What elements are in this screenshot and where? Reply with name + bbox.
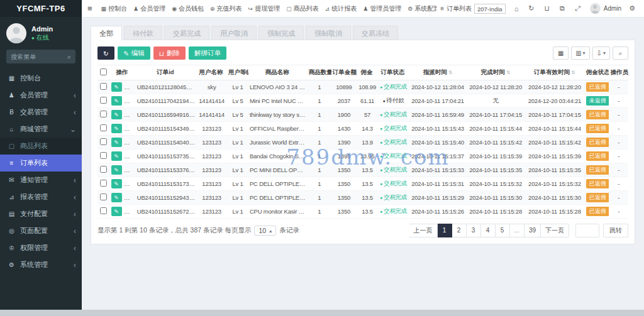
fullscreen-icon[interactable]: ⤢ [570, 4, 586, 13]
row-edit-button[interactable]: ✎ [111, 138, 122, 147]
row-edit-button[interactable]: ✎ [111, 193, 122, 202]
page-button[interactable]: 4 [481, 224, 496, 237]
edit-button[interactable]: ✎编辑 [118, 46, 150, 60]
sidebar-item[interactable]: ▤ 支付配置 ‹ [0, 205, 82, 222]
column-header[interactable]: 商品名称 [248, 65, 308, 80]
hamburger-icon[interactable]: ≡ [82, 4, 98, 13]
page-button[interactable]: 3 [467, 224, 481, 237]
sidebar-item[interactable]: ⌂ 商城管理 ⌄ [0, 121, 82, 138]
page-button[interactable]: 5 [496, 224, 510, 237]
row-checkbox[interactable] [100, 166, 107, 173]
filter-tab[interactable]: 交易完成 [164, 26, 209, 40]
row-edit-button[interactable]: ✎ [111, 165, 122, 175]
page-button[interactable]: 2 [452, 224, 467, 237]
column-header[interactable]: 完成时间⇅ [467, 65, 525, 80]
row-edit-button[interactable]: ✎ [111, 179, 122, 188]
column-header[interactable]: 操作员 [609, 65, 628, 80]
search-icon[interactable]: ⌕ [67, 53, 71, 61]
page-button[interactable]: 1 [438, 224, 452, 237]
sidebar-item[interactable]: ▦ 控制台 [0, 70, 82, 87]
topnav-item[interactable]: ◉ 会员钱包 [169, 0, 207, 18]
topbar-username[interactable]: Admin [604, 5, 621, 12]
sidebar-item[interactable]: ⚙ 系统管理 ‹ [0, 256, 82, 273]
sidebar-item[interactable]: ♟ 会员管理 ‹ [0, 87, 82, 104]
topnav-item[interactable]: ▦ 控制台 [98, 0, 131, 18]
topnav-item[interactable]: ⊕ 充值列表 [207, 0, 245, 18]
filter-tab[interactable]: 强制完成 [258, 26, 304, 40]
page-size-select[interactable]: 10▴ [254, 226, 276, 236]
sidebar-item[interactable]: Ƀ 交易管理 ‹ [0, 104, 82, 121]
row-edit-button[interactable]: ✎ [111, 207, 122, 216]
topbar-avatar[interactable] [590, 3, 601, 14]
sidebar-search-input[interactable] [11, 53, 67, 60]
filter-tab[interactable]: 待付款 [124, 26, 162, 40]
jump-button[interactable]: 跳转 [603, 224, 628, 237]
row-edit-button[interactable]: ✎ [111, 124, 122, 133]
column-header[interactable]: 用户名称 [196, 65, 227, 80]
row-checkbox[interactable] [100, 111, 107, 117]
gears-icon[interactable]: ⚙ [624, 4, 640, 13]
topnav-item[interactable]: ♟ 会员管理 [130, 0, 169, 18]
row-checkbox[interactable] [100, 97, 107, 104]
row-delete-button[interactable]: ⊔ [125, 151, 135, 161]
home-icon[interactable]: ⌂ [509, 5, 524, 13]
filter-tab[interactable]: 交易冻结 [353, 26, 398, 40]
toggle-view-button[interactable]: ▦ [553, 46, 569, 60]
export-button[interactable]: ⇩▾ [592, 46, 610, 60]
column-header[interactable]: 佣金 [357, 65, 378, 80]
row-edit-button[interactable]: ✎ [111, 110, 122, 119]
row-delete-button[interactable]: ⊔ [125, 179, 135, 188]
filter-tab[interactable]: 全部 [91, 26, 122, 40]
row-delete-button[interactable]: ⊔ [125, 207, 135, 216]
page-button[interactable]: 上一页 [409, 224, 438, 237]
topnav-tab-order-list[interactable]: ≡ 订单列表 207-India [436, 4, 509, 14]
sidebar-item[interactable]: ⊿ 报表管理 ‹ [0, 188, 82, 205]
row-delete-button[interactable]: ⊔ [125, 124, 135, 133]
column-header[interactable]: 订单有效时间⇅ [525, 65, 584, 80]
jump-page-input[interactable] [575, 224, 599, 237]
column-header[interactable]: 用户等级 [227, 65, 248, 80]
page-button[interactable]: 下一页 [541, 224, 569, 237]
topnav-item[interactable]: ⊿ 统计报表 [322, 0, 360, 18]
row-edit-button[interactable]: ✎ [111, 151, 122, 161]
row-checkbox[interactable] [100, 83, 107, 90]
row-delete-button[interactable]: ⊔ [125, 82, 135, 92]
row-delete-button[interactable]: ⊔ [125, 138, 135, 147]
row-delete-button[interactable]: ⊔ [125, 165, 135, 175]
column-header[interactable]: 佣金状态 [585, 65, 609, 80]
row-checkbox[interactable] [100, 207, 107, 214]
row-delete-button[interactable]: ⊔ [125, 110, 135, 119]
column-header[interactable]: 订单金额 [331, 65, 357, 80]
row-delete-button[interactable]: ⊔ [125, 96, 135, 106]
trash-icon[interactable]: ⊔ [540, 4, 555, 13]
refresh-icon[interactable]: ↻ [523, 4, 539, 13]
search-button[interactable]: ⌕ [613, 46, 628, 60]
sidebar-item[interactable]: ✉ 通知管理 ‹ [0, 172, 82, 188]
row-checkbox[interactable] [100, 180, 107, 187]
row-checkbox[interactable] [100, 152, 107, 159]
sidebar-item[interactable]: ▢ 商品列表 [0, 138, 82, 155]
topnav-item[interactable]: ♟ 管理员管理 [360, 0, 404, 18]
sidebar-item[interactable]: ◎ 页面配置 ‹ [0, 222, 82, 239]
copy-icon[interactable]: ⧉ [555, 4, 570, 13]
topnav-item[interactable]: ↪ 提现管理 [245, 0, 284, 18]
row-edit-button[interactable]: ✎ [111, 82, 122, 92]
filter-tab[interactable]: 强制取消 [306, 26, 351, 40]
column-header[interactable]: 订单id [136, 65, 196, 80]
sidebar-item[interactable]: ≡ 订单列表 [0, 155, 82, 172]
column-header[interactable]: 操作 [109, 65, 136, 80]
row-checkbox[interactable] [100, 138, 107, 145]
row-checkbox[interactable] [100, 124, 107, 131]
row-checkbox[interactable] [100, 193, 107, 200]
filter-tab[interactable]: 用户取消 [211, 26, 257, 40]
page-button[interactable]: ... [510, 224, 525, 237]
select-all-checkbox[interactable] [100, 68, 107, 75]
page-button[interactable]: 39 [525, 224, 541, 237]
topnav-item[interactable]: ⚙ 系统配置 [404, 0, 436, 18]
column-header[interactable]: 指派时间⇅ [409, 65, 467, 80]
columns-button[interactable]: ▥▾ [571, 46, 589, 60]
topnav-item[interactable]: ▢ 商品列表 [283, 0, 322, 18]
refresh-button[interactable]: ↻ [97, 46, 114, 60]
column-header[interactable]: 订单状态 [378, 65, 409, 80]
unbind-order-button[interactable]: 解绑订单 [189, 46, 226, 60]
